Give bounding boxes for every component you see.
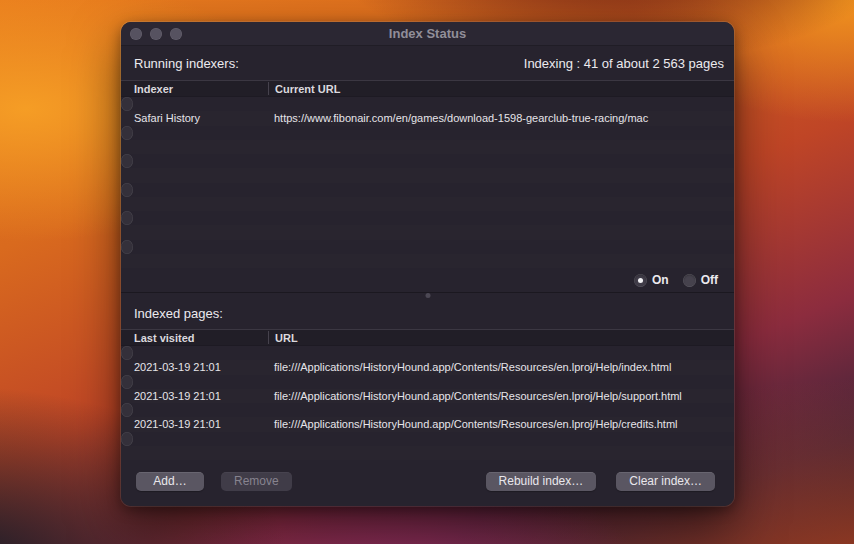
table-row[interactable]: 2021-03-19 21:01file:///Applications/His… [121,375,133,389]
table-cell: https://www.fibonair.com/en/games/downlo… [268,112,734,124]
table-row[interactable]: Safari Historyhttps://drive.google.com/d… [121,126,133,140]
clear-index-button[interactable]: Clear index… [616,472,715,491]
empty-row [121,446,734,460]
indexing-status: Indexing : 41 of about 2 563 pages [524,56,724,71]
remove-button: Remove [221,472,292,491]
empty-row [121,240,133,254]
table-row[interactable]: 2021-03-19 21:01file:///Applications/His… [121,389,734,403]
indexed-pages-table: 2021-03-19 21:01file:///Applications/His… [121,346,734,460]
table-cell: 2021-03-19 21:01 [121,404,133,416]
window-title: Index Status [121,26,734,41]
table-row[interactable]: 2021-03-19 21:01file:///Applications/His… [121,417,734,431]
indexed-pages-label: Indexed pages: [134,306,223,321]
table-row[interactable]: 2021-03-19 21:01file:///Applications/His… [121,360,734,374]
title-bar[interactable]: Index Status [121,22,734,46]
table-cell: 2021-03-19 21:01 [121,361,268,373]
table-cell: 2021-03-19 21:01 [121,390,268,402]
indexing-toggle-row: On Off [121,268,734,292]
running-indexers-label: Running indexers: [134,56,239,71]
table-cell: Safari History [121,112,268,124]
table-cell: 2021-03-19 21:01 [121,418,268,430]
traffic-lights [121,28,182,40]
close-button[interactable] [130,28,142,40]
indexed-table-header: Last visited URL [121,329,734,346]
empty-row [121,168,734,182]
radio-on[interactable]: On [634,273,669,287]
column-header-url[interactable]: URL [268,331,734,344]
table-row[interactable]: 2021-03-19 21:01file:///Applications/His… [121,403,133,417]
footer-right-buttons: Rebuild index… Clear index… [486,472,715,491]
column-header-current-url[interactable]: Current URL [268,82,734,95]
running-indexers-header: Running indexers: Indexing : 41 of about… [121,46,734,80]
table-cell: file:///Applications/HistoryHound.app/Co… [268,361,734,373]
empty-row [121,154,133,168]
table-cell: file:///Applications/HistoryHound.app/Co… [268,390,734,402]
footer-left-buttons: Add… Remove [136,472,292,491]
table-cell: 2021-03-19 21:01 [121,376,133,388]
radio-off-label: Off [701,273,718,287]
running-indexers-table: Safari Historyhttps://macdownload.inform… [121,97,734,268]
zoom-button[interactable] [170,28,182,40]
empty-row [121,140,734,154]
radio-on-icon [634,274,647,287]
indexed-pages-header: Indexed pages: [121,297,734,329]
empty-row [121,183,133,197]
radio-off[interactable]: Off [683,273,718,287]
desktop-wallpaper: { "window": { "title": "Index Status" },… [0,0,854,544]
table-cell: file:///Applications/HistoryHound.app/Co… [268,418,734,430]
radio-off-icon [683,274,696,287]
index-status-window: Index Status Running indexers: Indexing … [121,22,734,506]
empty-row [121,197,734,211]
empty-row [121,254,734,268]
empty-row [121,211,133,225]
running-table-header: Indexer Current URL [121,80,734,97]
footer-toolbar: Add… Remove Rebuild index… Clear index… [121,460,734,506]
table-row[interactable]: 2021-03-19 21:01file:///Applications/His… [121,346,133,360]
table-cell: 2022-09-08 22:44 [121,433,133,445]
table-row[interactable]: Safari Historyhttps://www.fibonair.com/e… [121,111,734,125]
table-cell: Safari History [121,127,133,139]
add-button[interactable]: Add… [136,472,204,491]
table-row[interactable]: Safari Historyhttps://macdownload.inform… [121,97,133,111]
minimize-button[interactable] [150,28,162,40]
rebuild-index-button[interactable]: Rebuild index… [486,472,597,491]
radio-on-label: On [652,273,669,287]
split-divider-handle[interactable] [121,292,734,297]
column-header-indexer[interactable]: Indexer [121,83,268,95]
empty-row [121,225,734,239]
table-cell: Safari History [121,98,133,110]
table-row[interactable]: 2022-09-08 22:44https://accounts.raveos.… [121,432,133,446]
table-cell: 2021-03-19 21:01 [121,347,133,359]
column-header-last-visited[interactable]: Last visited [121,332,268,344]
